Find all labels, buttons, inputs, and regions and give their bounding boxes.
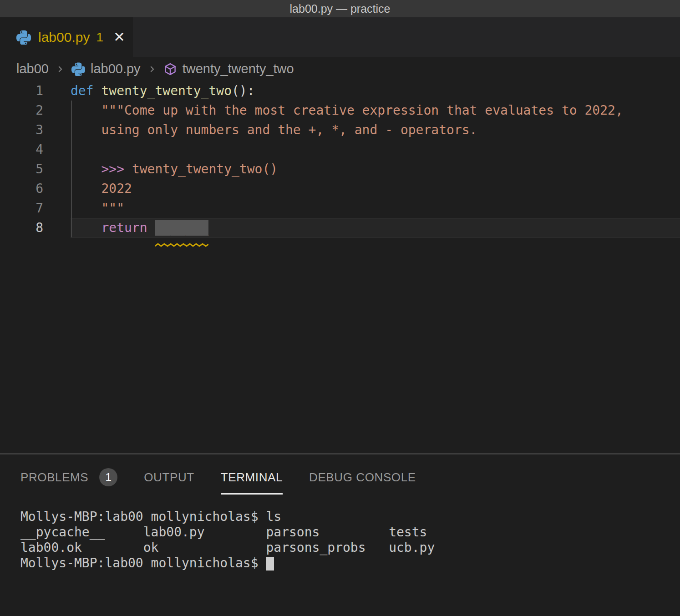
code-text[interactable] xyxy=(57,140,680,159)
line-number: 5 xyxy=(0,159,57,179)
terminal-line: Mollys-MBP:lab00 mollynicholas$ xyxy=(20,555,680,571)
code-text[interactable]: return _______ xyxy=(71,218,680,237)
code-token: """Come up with the most creative expres… xyxy=(101,103,623,118)
code-token: >>> xyxy=(101,162,132,177)
code-token: 2022 xyxy=(101,181,132,196)
code-token xyxy=(71,162,101,177)
chevron-right-icon xyxy=(55,64,65,74)
terminal-output[interactable]: Mollys-MBP:lab00 mollynicholas$ ls__pyca… xyxy=(20,509,680,571)
code-line[interactable]: 7 """ xyxy=(0,198,680,218)
code-text[interactable]: 2022 xyxy=(57,179,680,198)
code-token: twenty_twenty_two() xyxy=(132,162,278,177)
problems-count-badge: 1 xyxy=(99,468,117,486)
line-number: 3 xyxy=(0,120,57,140)
panel-tab-debug-console[interactable]: DEBUG CONSOLE xyxy=(309,470,416,485)
terminal-line: Mollys-MBP:lab00 mollynicholas$ ls xyxy=(20,509,680,525)
code-line[interactable]: 1def twenty_twenty_two(): xyxy=(0,81,680,101)
bottom-panel: PROBLEMS 1 OUTPUT TERMINAL DEBUG CONSOLE… xyxy=(0,453,680,616)
panel-tab-label: TERMINAL xyxy=(221,470,283,485)
code-line[interactable]: 5 >>> twenty_twenty_two() xyxy=(0,159,680,179)
tab-problem-count: 1 xyxy=(96,30,103,45)
code-text[interactable]: """ xyxy=(57,198,680,218)
tab-filename: lab00.py xyxy=(38,30,90,45)
breadcrumb: lab00 lab00.py twenty_twenty_two xyxy=(0,57,680,81)
code-lines-container: 1def twenty_twenty_two():2 """Come up wi… xyxy=(0,81,680,237)
code-token xyxy=(71,181,101,196)
terminal-cursor xyxy=(266,557,274,571)
indent-guide-line xyxy=(71,101,72,237)
line-number: 2 xyxy=(0,101,57,120)
line-number: 8 xyxy=(0,218,57,237)
code-token: """ xyxy=(101,201,124,216)
window-titlebar: lab00.py — practice xyxy=(0,0,680,17)
chevron-right-icon xyxy=(147,64,157,74)
code-token xyxy=(71,103,101,118)
vscode-window: lab00.py — practice lab00.py 1 ✕ lab00 l… xyxy=(0,0,680,616)
line-number: 7 xyxy=(0,198,57,218)
code-text[interactable]: def twenty_twenty_two(): xyxy=(57,81,680,101)
code-token: (): xyxy=(232,83,255,98)
python-icon xyxy=(71,62,85,76)
code-token: return xyxy=(101,220,155,235)
code-token: def xyxy=(71,83,101,98)
line-number: 1 xyxy=(0,81,57,101)
panel-tab-label: DEBUG CONSOLE xyxy=(309,470,416,485)
code-token xyxy=(71,220,101,235)
breadcrumb-item-file[interactable]: lab00.py xyxy=(71,61,141,76)
code-token xyxy=(71,201,101,216)
python-icon xyxy=(16,30,31,45)
code-text[interactable]: >>> twenty_twenty_two() xyxy=(57,159,680,179)
window-title: lab00.py — practice xyxy=(290,2,391,15)
panel-tab-terminal[interactable]: TERMINAL xyxy=(221,470,283,485)
warning-squiggle xyxy=(155,233,208,237)
code-text[interactable]: using only numbers and the +, *, and - o… xyxy=(57,120,680,140)
code-line[interactable]: 3 using only numbers and the +, *, and -… xyxy=(0,120,680,140)
breadcrumb-folder-label: lab00 xyxy=(16,61,49,76)
terminal-line: __pycache__ lab00.py parsons tests xyxy=(20,525,680,540)
code-token: twenty_twenty_two xyxy=(101,83,232,98)
breadcrumb-file-label: lab00.py xyxy=(91,61,141,76)
code-line[interactable]: 2 """Come up with the most creative expr… xyxy=(0,101,680,120)
breadcrumb-symbol-label: twenty_twenty_two xyxy=(183,61,294,76)
line-number: 4 xyxy=(0,140,57,159)
terminal-line: lab00.ok ok parsons_probs ucb.py xyxy=(20,540,680,555)
code-text[interactable]: """Come up with the most creative expres… xyxy=(57,101,680,120)
panel-tab-output[interactable]: OUTPUT xyxy=(144,470,194,485)
panel-tab-label: PROBLEMS xyxy=(20,470,88,485)
editor-code-area[interactable]: 1def twenty_twenty_two():2 """Come up wi… xyxy=(0,81,680,453)
editor-tab-lab00[interactable]: lab00.py 1 ✕ xyxy=(0,17,133,57)
code-line[interactable]: 6 2022 xyxy=(0,179,680,198)
panel-tab-label: OUTPUT xyxy=(144,470,194,485)
breadcrumb-item-symbol[interactable]: twenty_twenty_two xyxy=(163,61,294,76)
breadcrumb-item-folder[interactable]: lab00 xyxy=(16,61,49,76)
line-number: 6 xyxy=(0,179,57,198)
code-token xyxy=(71,122,101,137)
editor-tab-bar: lab00.py 1 ✕ xyxy=(0,17,680,57)
code-token: using only numbers and the +, *, and - o… xyxy=(101,122,477,137)
code-line[interactable]: 4 xyxy=(0,140,680,159)
tab-close-icon[interactable]: ✕ xyxy=(113,30,125,44)
symbol-cube-icon xyxy=(163,62,177,76)
panel-tab-problems[interactable]: PROBLEMS 1 xyxy=(20,468,117,486)
panel-tab-bar: PROBLEMS 1 OUTPUT TERMINAL DEBUG CONSOLE xyxy=(0,454,680,486)
code-line[interactable]: 8 return _______ xyxy=(0,218,680,237)
